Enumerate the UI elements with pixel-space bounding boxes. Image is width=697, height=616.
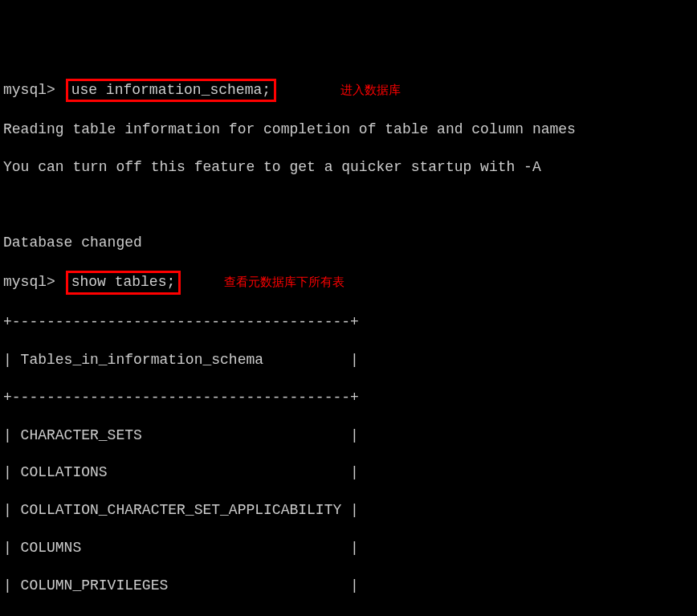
blank-line (3, 196, 694, 214)
table-divider-mid: +---------------------------------------… (3, 389, 694, 407)
table-row: | COLUMNS | (3, 539, 694, 557)
table-row: | CHARACTER_SETS | (3, 426, 694, 445)
table-header: | Tables_in_information_schema | (3, 351, 694, 369)
annotation-enter-db: 进入数据库 (340, 82, 401, 98)
table-row: | COLLATIONS | (3, 463, 694, 482)
command-use-db: use information_schema; (66, 79, 276, 102)
mysql-prompt[interactable]: mysql> (3, 82, 55, 98)
output-turnoff: You can turn off this feature to get a q… (3, 158, 694, 177)
table-row: | COLLATION_CHARACTER_SET_APPLICABILITY … (3, 501, 694, 520)
mysql-prompt[interactable]: mysql> (3, 274, 55, 290)
annotation-show-tables: 查看元数据库下所有表 (224, 274, 344, 290)
command-line-1: mysql> use information_schema;进入数据库 (3, 79, 694, 102)
command-show-tables: show tables; (66, 271, 181, 294)
output-db-changed: Database changed (3, 234, 694, 252)
command-line-2: mysql> show tables;查看元数据库下所有表 (3, 271, 694, 294)
output-reading: Reading table information for completion… (3, 120, 694, 139)
table-divider-top: +---------------------------------------… (3, 313, 694, 332)
table-row: | COLUMN_PRIVILEGES | (3, 577, 694, 595)
